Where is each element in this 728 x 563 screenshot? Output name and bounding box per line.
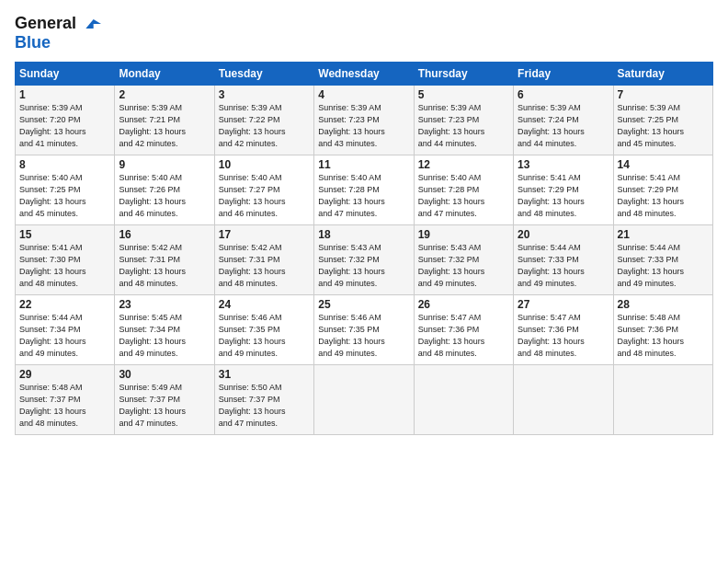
day-number: 12 [418, 158, 509, 171]
logo-arrow-icon [83, 17, 101, 30]
day-number: 31 [219, 368, 310, 381]
day-number: 30 [119, 368, 210, 381]
day-number: 3 [219, 88, 310, 101]
calendar-day-23: 23Sunrise: 5:45 AMSunset: 7:34 PMDayligh… [115, 294, 214, 364]
day-number: 28 [618, 298, 709, 311]
day-number: 6 [518, 88, 609, 101]
day-number: 27 [518, 298, 609, 311]
day-number: 9 [119, 158, 210, 171]
day-info: Sunrise: 5:39 AMSunset: 7:22 PMDaylight:… [219, 103, 286, 148]
day-info: Sunrise: 5:43 AMSunset: 7:32 PMDaylight:… [318, 243, 385, 288]
calendar-day-8: 8Sunrise: 5:40 AMSunset: 7:25 PMDaylight… [16, 155, 115, 224]
calendar-day-16: 16Sunrise: 5:42 AMSunset: 7:31 PMDayligh… [115, 224, 214, 294]
day-number: 19 [418, 228, 509, 241]
day-number: 25 [318, 298, 409, 311]
day-info: Sunrise: 5:44 AMSunset: 7:33 PMDaylight:… [518, 243, 585, 288]
day-info: Sunrise: 5:39 AMSunset: 7:21 PMDaylight:… [119, 103, 186, 148]
day-info: Sunrise: 5:40 AMSunset: 7:28 PMDaylight:… [418, 173, 485, 218]
day-info: Sunrise: 5:42 AMSunset: 7:31 PMDaylight:… [119, 243, 186, 288]
calendar-day-19: 19Sunrise: 5:43 AMSunset: 7:32 PMDayligh… [414, 224, 513, 294]
day-info: Sunrise: 5:39 AMSunset: 7:23 PMDaylight:… [318, 103, 385, 148]
day-number: 23 [119, 298, 210, 311]
day-info: Sunrise: 5:40 AMSunset: 7:26 PMDaylight:… [119, 173, 186, 218]
calendar-day-24: 24Sunrise: 5:46 AMSunset: 7:35 PMDayligh… [214, 294, 313, 364]
weekday-header-friday: Friday [514, 62, 613, 85]
empty-cell [414, 364, 513, 434]
day-info: Sunrise: 5:48 AMSunset: 7:37 PMDaylight:… [19, 383, 86, 428]
calendar-day-28: 28Sunrise: 5:48 AMSunset: 7:36 PMDayligh… [613, 294, 712, 364]
calendar-day-10: 10Sunrise: 5:40 AMSunset: 7:27 PMDayligh… [214, 155, 313, 224]
day-info: Sunrise: 5:43 AMSunset: 7:32 PMDaylight:… [418, 243, 485, 288]
calendar-day-20: 20Sunrise: 5:44 AMSunset: 7:33 PMDayligh… [514, 224, 613, 294]
day-info: Sunrise: 5:46 AMSunset: 7:35 PMDaylight:… [318, 313, 385, 358]
calendar-day-9: 9Sunrise: 5:40 AMSunset: 7:26 PMDaylight… [115, 155, 214, 224]
calendar-day-3: 3Sunrise: 5:39 AMSunset: 7:22 PMDaylight… [214, 85, 313, 155]
calendar-day-5: 5Sunrise: 5:39 AMSunset: 7:23 PMDaylight… [414, 85, 513, 155]
day-number: 17 [219, 228, 310, 241]
calendar-day-1: 1Sunrise: 5:39 AMSunset: 7:20 PMDaylight… [16, 85, 115, 155]
day-info: Sunrise: 5:47 AMSunset: 7:36 PMDaylight:… [518, 313, 585, 358]
day-number: 21 [618, 228, 709, 241]
day-info: Sunrise: 5:40 AMSunset: 7:28 PMDaylight:… [318, 173, 385, 218]
day-info: Sunrise: 5:48 AMSunset: 7:36 PMDaylight:… [618, 313, 685, 358]
weekday-header-saturday: Saturday [613, 62, 712, 85]
day-info: Sunrise: 5:39 AMSunset: 7:25 PMDaylight:… [618, 103, 685, 148]
weekday-header-tuesday: Tuesday [214, 62, 313, 85]
calendar-day-25: 25Sunrise: 5:46 AMSunset: 7:35 PMDayligh… [314, 294, 414, 364]
day-number: 1 [19, 88, 110, 101]
day-info: Sunrise: 5:44 AMSunset: 7:34 PMDaylight:… [19, 313, 86, 358]
day-number: 22 [19, 298, 110, 311]
weekday-header-monday: Monday [115, 62, 214, 85]
calendar-day-14: 14Sunrise: 5:41 AMSunset: 7:29 PMDayligh… [613, 155, 712, 224]
weekday-header-thursday: Thursday [414, 62, 513, 85]
svg-marker-0 [85, 19, 101, 29]
day-number: 14 [618, 158, 709, 171]
calendar-day-18: 18Sunrise: 5:43 AMSunset: 7:32 PMDayligh… [314, 224, 414, 294]
day-number: 4 [318, 88, 409, 101]
calendar-day-26: 26Sunrise: 5:47 AMSunset: 7:36 PMDayligh… [414, 294, 513, 364]
day-info: Sunrise: 5:47 AMSunset: 7:36 PMDaylight:… [418, 313, 485, 358]
day-number: 15 [19, 228, 110, 241]
day-number: 29 [19, 368, 110, 381]
day-number: 7 [618, 88, 709, 101]
empty-cell [314, 364, 414, 434]
day-info: Sunrise: 5:49 AMSunset: 7:37 PMDaylight:… [119, 383, 186, 428]
day-number: 24 [219, 298, 310, 311]
day-number: 5 [418, 88, 509, 101]
day-info: Sunrise: 5:41 AMSunset: 7:29 PMDaylight:… [518, 173, 585, 218]
logo-blue-text: Blue [15, 33, 51, 52]
calendar-day-7: 7Sunrise: 5:39 AMSunset: 7:25 PMDaylight… [613, 85, 712, 155]
day-number: 10 [219, 158, 310, 171]
calendar: SundayMondayTuesdayWednesdayThursdayFrid… [15, 62, 713, 435]
logo-text-general: General [15, 14, 76, 32]
weekday-header-wednesday: Wednesday [314, 62, 414, 85]
day-info: Sunrise: 5:40 AMSunset: 7:27 PMDaylight:… [219, 173, 286, 218]
calendar-day-30: 30Sunrise: 5:49 AMSunset: 7:37 PMDayligh… [115, 364, 214, 434]
calendar-day-22: 22Sunrise: 5:44 AMSunset: 7:34 PMDayligh… [16, 294, 115, 364]
logo: General Blue [15, 15, 101, 52]
calendar-day-4: 4Sunrise: 5:39 AMSunset: 7:23 PMDaylight… [314, 85, 414, 155]
calendar-day-13: 13Sunrise: 5:41 AMSunset: 7:29 PMDayligh… [514, 155, 613, 224]
calendar-day-2: 2Sunrise: 5:39 AMSunset: 7:21 PMDaylight… [115, 85, 214, 155]
day-number: 18 [318, 228, 409, 241]
day-info: Sunrise: 5:39 AMSunset: 7:24 PMDaylight:… [518, 103, 585, 148]
calendar-day-31: 31Sunrise: 5:50 AMSunset: 7:37 PMDayligh… [214, 364, 313, 434]
day-number: 8 [19, 158, 110, 171]
day-info: Sunrise: 5:41 AMSunset: 7:30 PMDaylight:… [19, 243, 86, 288]
calendar-day-27: 27Sunrise: 5:47 AMSunset: 7:36 PMDayligh… [514, 294, 613, 364]
day-info: Sunrise: 5:40 AMSunset: 7:25 PMDaylight:… [19, 173, 86, 218]
empty-cell [514, 364, 613, 434]
day-info: Sunrise: 5:39 AMSunset: 7:23 PMDaylight:… [418, 103, 485, 148]
calendar-day-11: 11Sunrise: 5:40 AMSunset: 7:28 PMDayligh… [314, 155, 414, 224]
day-info: Sunrise: 5:39 AMSunset: 7:20 PMDaylight:… [19, 103, 86, 148]
calendar-day-17: 17Sunrise: 5:42 AMSunset: 7:31 PMDayligh… [214, 224, 313, 294]
day-info: Sunrise: 5:45 AMSunset: 7:34 PMDaylight:… [119, 313, 186, 358]
day-number: 16 [119, 228, 210, 241]
day-number: 13 [518, 158, 609, 171]
day-info: Sunrise: 5:44 AMSunset: 7:33 PMDaylight:… [618, 243, 685, 288]
calendar-day-6: 6Sunrise: 5:39 AMSunset: 7:24 PMDaylight… [514, 85, 613, 155]
day-number: 20 [518, 228, 609, 241]
empty-cell [613, 364, 712, 434]
calendar-day-29: 29Sunrise: 5:48 AMSunset: 7:37 PMDayligh… [16, 364, 115, 434]
day-info: Sunrise: 5:42 AMSunset: 7:31 PMDaylight:… [219, 243, 286, 288]
